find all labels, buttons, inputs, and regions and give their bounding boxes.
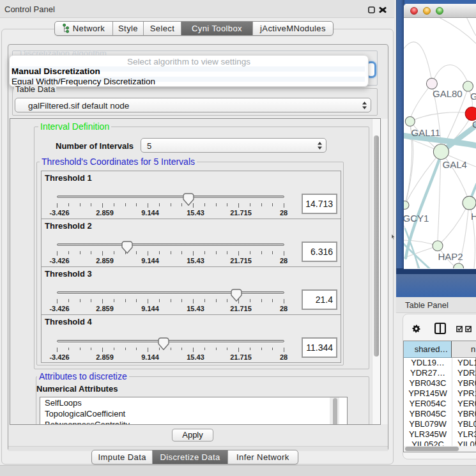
svg-text:GAL11: GAL11 [411, 127, 441, 138]
svg-text:GAL80: GAL80 [433, 88, 463, 99]
svg-text:GAL4: GAL4 [443, 159, 467, 170]
svg-text:H: H [471, 211, 476, 222]
svg-text:GA: GA [470, 91, 476, 102]
svg-text:GCY1: GCY1 [404, 213, 429, 224]
svg-text:C: C [472, 119, 476, 130]
svg-text:HAP2: HAP2 [438, 251, 463, 262]
